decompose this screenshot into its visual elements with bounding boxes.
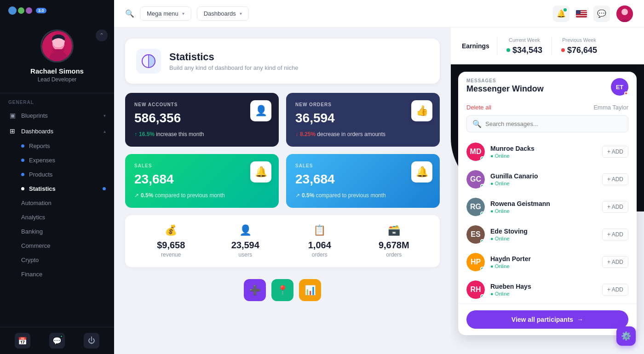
et-avatar[interactable]: ET [611, 78, 628, 96]
finance-label: Finance [21, 271, 42, 278]
sidebar-item-expenses[interactable]: Expenses [0, 153, 114, 167]
contact-haydn[interactable]: HP Haydn Porter ● Online + ADD [458, 248, 637, 276]
metric-icon: 🔔 [250, 161, 271, 183]
main-area: 🔍 Mega menu ▾ Dashboards ▾ 🔔 [114, 0, 644, 354]
add-contact-button[interactable]: + ADD [602, 228, 628, 240]
sidebar-item-label: Blueprints [21, 112, 99, 119]
contact-ede[interactable]: ES Ede Stoving ● Online + ADD [458, 221, 637, 248]
nav-dot-reports [21, 144, 24, 148]
current-week-value: $34,543 [506, 46, 542, 55]
table-action-button[interactable]: 📊 [299, 279, 321, 301]
language-selector-button[interactable] [576, 10, 587, 17]
stats-header-icon [136, 49, 161, 74]
chevron-down-icon: ▾ [240, 11, 242, 16]
metric-value: 23,684 [134, 172, 270, 187]
sidebar-nav: GENERAL ▣ Blueprints ▾ ⊞ Dashboards ▴ Re… [0, 93, 114, 327]
user-avatar-button[interactable] [616, 6, 633, 22]
red-dot [561, 48, 565, 52]
message-search: 🔍 [466, 115, 628, 132]
calendar-button[interactable]: 📅 [15, 333, 30, 348]
sidebar-item-products[interactable]: Products [0, 167, 114, 182]
messenger-title: Messenger Window [466, 84, 544, 94]
notification-bell-button[interactable]: 🔔 [553, 6, 569, 22]
dashboards-menu-label: Dashboards [204, 10, 236, 17]
svg-rect-9 [576, 14, 587, 15]
topbar: 🔍 Mega menu ▾ Dashboards ▾ 🔔 [114, 0, 644, 28]
online-status-dot [480, 184, 484, 188]
orders-value: 1,064 [308, 240, 331, 251]
settings-fab-button[interactable]: ⚙️ [616, 326, 636, 346]
messenger-header: MESSAGES Messenger Window ET [458, 72, 637, 102]
view-all-participants-button[interactable]: View all participants → [466, 310, 628, 329]
sidebar-item-crypto[interactable]: Crypto [0, 253, 114, 267]
metric-card-sales-blue: SALES 23,684 🔔 ↗ 0.5% compared to previo… [286, 154, 440, 208]
messages-button[interactable]: 💬 [593, 6, 610, 22]
metric-label: NEW ORDERS [295, 102, 431, 107]
sidebar-item-reports[interactable]: Reports [0, 139, 114, 153]
contact-rowena[interactable]: RG Rowena Geistmann ● Online + ADD [458, 193, 637, 221]
sidebar-item-statistics[interactable]: Statistics [0, 182, 114, 196]
add-contact-button[interactable]: + ADD [602, 256, 628, 268]
message-search-input[interactable] [485, 120, 622, 127]
stat-users: 👤 23,594 users [211, 224, 281, 258]
location-action-button[interactable]: 📍 [271, 279, 293, 301]
contact-name: Gunilla Canario [490, 172, 597, 180]
chat-button[interactable]: 💬 [49, 333, 65, 348]
metric-value: 36,594 [295, 111, 431, 126]
contact-name: Ede Stoving [490, 228, 597, 235]
sidebar-item-automation[interactable]: Automation [0, 196, 114, 210]
messenger-title-area: MESSAGES Messenger Window [466, 78, 544, 94]
sidebar-item-banking[interactable]: Banking [0, 224, 114, 239]
metric-icon: 🔔 [411, 161, 432, 183]
contact-status: ● Online [490, 208, 597, 214]
contact-name: Munroe Dacks [490, 145, 597, 152]
contact-avatar-ede: ES [466, 225, 485, 244]
calendar-icon: 📅 [18, 337, 27, 345]
online-status-dot [480, 239, 484, 243]
add-action-button[interactable]: ➕ [244, 279, 266, 301]
search-icon: 🔍 [125, 9, 134, 18]
contact-gunilla[interactable]: GC Gunilla Canario ● Online + ADD [458, 166, 637, 193]
profile-name: Rachael Simons [30, 67, 84, 75]
mega-menu-label: Mega menu [147, 10, 178, 17]
contact-status: ● Online [490, 291, 597, 297]
expenses-label: Expenses [29, 157, 55, 164]
add-contact-button[interactable]: + ADD [602, 284, 628, 296]
search-button[interactable]: 🔍 [125, 9, 134, 18]
small-stats-row: 💰 $9,658 revenue 👤 23,594 users 📋 1,064 … [125, 215, 440, 267]
sidebar-item-analytics[interactable]: Analytics [0, 210, 114, 224]
topbar-icons: 🔔 💬 [553, 6, 633, 22]
sidebar-toggle-button[interactable]: ⌃ [96, 29, 108, 41]
metric-label: SALES [295, 163, 431, 168]
sidebar-item-blueprints[interactable]: ▣ Blueprints ▾ [0, 108, 114, 123]
contact-munroe[interactable]: MD Munroe Dacks ● Online + ADD [458, 138, 637, 166]
mega-menu-button[interactable]: Mega menu ▾ [140, 6, 191, 21]
power-icon: ⏻ [88, 337, 95, 345]
orders-icon: 📋 [313, 224, 326, 236]
metric-icon: 👍 [411, 100, 432, 121]
metric-icon: 👤 [250, 100, 271, 121]
contact-info-rueben: Rueben Hays ● Online [490, 283, 597, 297]
profile-role: Lead Developer [38, 76, 77, 83]
svg-rect-11 [576, 16, 587, 17]
delete-all-button[interactable]: Delete all [466, 104, 491, 111]
add-contact-button[interactable]: + ADD [602, 146, 628, 158]
sidebar-item-finance[interactable]: Finance [0, 267, 114, 281]
dashboards-menu-button[interactable]: Dashboards ▾ [197, 6, 249, 21]
orders-2-icon: 🗃️ [388, 224, 400, 236]
metric-sub: ↗ 0.5% compared to previous month [295, 192, 431, 199]
add-contact-button[interactable]: + ADD [602, 201, 628, 213]
reports-label: Reports [29, 143, 50, 149]
logo-icon [8, 6, 32, 15]
blueprints-icon: ▣ [8, 112, 17, 119]
contacts-list: MD Munroe Dacks ● Online + ADD GC [458, 138, 637, 303]
sidebar-item-commerce[interactable]: Commerce [0, 239, 114, 253]
revenue-icon: 💰 [165, 224, 177, 236]
banking-label: Banking [21, 228, 43, 235]
sidebar-item-dashboards[interactable]: ⊞ Dashboards ▴ [0, 123, 114, 139]
contact-rueben[interactable]: RH Rueben Hays ● Online + ADD [458, 276, 637, 303]
trend-icon: ↗ [134, 192, 139, 199]
add-contact-button[interactable]: + ADD [602, 173, 628, 185]
power-button[interactable]: ⏻ [84, 333, 99, 348]
messenger-footer: View all participants → [458, 303, 637, 335]
